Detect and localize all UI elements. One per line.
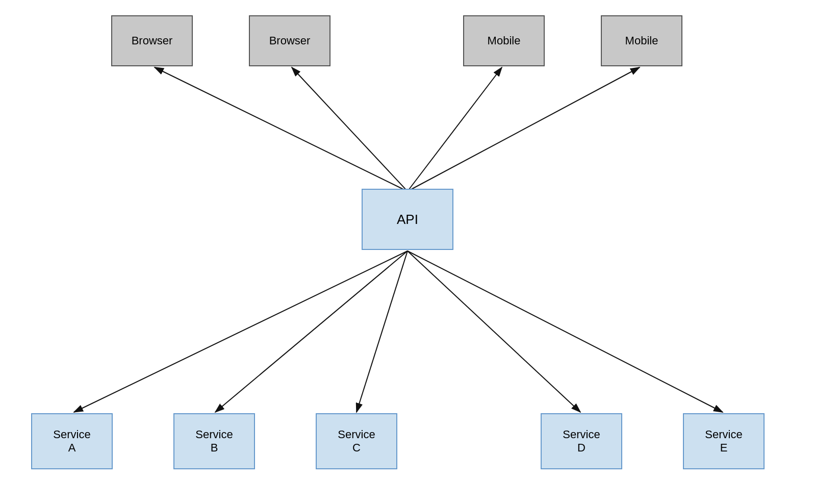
serviceC-label: Service C <box>338 428 375 455</box>
browser1-label: Browser <box>132 34 173 47</box>
arrow-api-serviceD <box>408 251 580 412</box>
arrow-api-mobile1 <box>408 67 502 191</box>
arrow-api-serviceE <box>408 251 723 412</box>
diagram: Browser Browser Mobile Mobile API Servic… <box>0 0 814 504</box>
arrow-api-serviceA <box>74 251 408 412</box>
arrow-api-browser1 <box>155 67 408 191</box>
browser2-node: Browser <box>249 15 330 66</box>
serviceE-node: Service E <box>683 413 765 469</box>
serviceC-node: Service C <box>316 413 397 469</box>
arrow-api-serviceC <box>357 251 408 412</box>
serviceB-label: Service B <box>195 428 233 455</box>
mobile1-node: Mobile <box>463 15 545 66</box>
serviceB-node: Service B <box>173 413 255 469</box>
serviceA-label: Service A <box>53 428 90 455</box>
arrow-api-serviceB <box>215 251 408 412</box>
arrow-api-mobile2 <box>408 67 640 191</box>
api-label: API <box>397 212 418 228</box>
serviceD-node: Service D <box>541 413 622 469</box>
browser2-label: Browser <box>269 34 311 47</box>
serviceD-label: Service D <box>563 428 600 455</box>
serviceE-label: Service E <box>705 428 742 455</box>
mobile2-label: Mobile <box>625 34 658 47</box>
arrow-api-browser2 <box>292 67 408 191</box>
mobile2-node: Mobile <box>601 15 682 66</box>
browser1-node: Browser <box>111 15 193 66</box>
mobile1-label: Mobile <box>488 34 521 47</box>
api-node: API <box>362 189 453 250</box>
serviceA-node: Service A <box>31 413 113 469</box>
